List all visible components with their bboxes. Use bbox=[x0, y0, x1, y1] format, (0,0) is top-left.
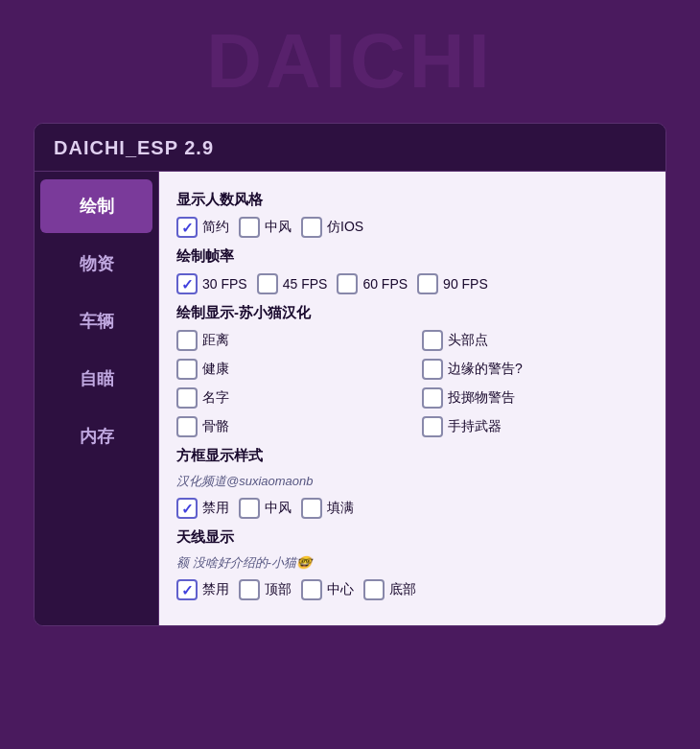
label-distance: 距离 bbox=[202, 332, 229, 349]
antenna-subtitle: 额 没啥好介绍的-小猫🤓 bbox=[176, 554, 648, 572]
cb-skeleton[interactable] bbox=[176, 416, 198, 437]
cb-distance[interactable] bbox=[176, 330, 198, 351]
checkbox-90fps[interactable]: 90 FPS bbox=[417, 273, 488, 294]
draw-display-title: 绘制显示-苏小猫汉化 bbox=[176, 304, 648, 322]
checkbox-edge-warning[interactable]: 边缘的警告? bbox=[422, 359, 648, 380]
app-title: DAICHI_ESP 2.9 bbox=[54, 137, 214, 158]
cb-bottom-antenna[interactable] bbox=[363, 579, 385, 600]
label-60fps: 60 FPS bbox=[362, 276, 408, 292]
label-headpoint: 头部点 bbox=[448, 332, 488, 349]
cb-throw-warning[interactable] bbox=[422, 387, 443, 409]
label-30fps: 30 FPS bbox=[202, 276, 247, 292]
box-style-title: 方框显示样式 bbox=[176, 447, 648, 465]
checkbox-45fps[interactable]: 45 FPS bbox=[257, 273, 328, 294]
draw-display-options: 距离 头部点 健康 边缘的警告? bbox=[176, 330, 648, 437]
checkbox-held-weapon[interactable]: 手持武器 bbox=[422, 416, 648, 437]
cb-fill-box[interactable] bbox=[301, 498, 322, 519]
checkbox-jianyue[interactable]: 简约 bbox=[176, 217, 229, 238]
title-bar: DAICHI_ESP 2.9 bbox=[35, 124, 665, 172]
frame-rate-title: 绘制帧率 bbox=[176, 247, 648, 266]
cb-headpoint[interactable] bbox=[422, 330, 443, 351]
cb-45fps[interactable] bbox=[257, 273, 278, 294]
checkbox-bottom-antenna[interactable]: 底部 bbox=[363, 579, 416, 600]
label-jianyue: 简约 bbox=[202, 219, 229, 236]
cb-name[interactable] bbox=[176, 387, 198, 409]
display-style-section: 显示人数风格 简约 中风 仿IOS bbox=[176, 191, 648, 238]
frame-rate-section: 绘制帧率 30 FPS 45 FPS 60 FPS bbox=[176, 247, 648, 294]
checkbox-disable-antenna[interactable]: 禁用 bbox=[176, 579, 229, 600]
cb-edge-warning[interactable] bbox=[422, 359, 443, 380]
cb-center-antenna[interactable] bbox=[301, 579, 322, 600]
label-held-weapon: 手持武器 bbox=[448, 418, 502, 435]
checkbox-zhongfeng1[interactable]: 中风 bbox=[239, 217, 292, 238]
cb-disable-box[interactable] bbox=[176, 498, 198, 519]
sidebar-item-vehicle[interactable]: 车辆 bbox=[40, 294, 152, 348]
cb-zhongfeng1[interactable] bbox=[239, 217, 260, 238]
display-style-title: 显示人数风格 bbox=[176, 191, 648, 209]
label-center-antenna: 中心 bbox=[327, 581, 354, 598]
checkbox-disable-box[interactable]: 禁用 bbox=[176, 498, 229, 519]
sidebar: 绘制 物资 车辆 自瞄 内存 bbox=[35, 172, 159, 625]
label-name: 名字 bbox=[202, 389, 229, 407]
sidebar-item-aim[interactable]: 自瞄 bbox=[40, 352, 152, 406]
checkbox-name[interactable]: 名字 bbox=[176, 387, 403, 409]
cb-60fps[interactable] bbox=[337, 273, 358, 294]
cb-zhongfeng-box[interactable] bbox=[239, 498, 260, 519]
content-area: 绘制 物资 车辆 自瞄 内存 显示人数风格 简约 中风 bbox=[35, 172, 665, 625]
main-panel: DAICHI_ESP 2.9 绘制 物资 车辆 自瞄 内存 显示人数风格 简约 bbox=[34, 123, 666, 626]
background-watermark: DAICHI bbox=[0, 17, 700, 105]
cb-health[interactable] bbox=[176, 359, 198, 380]
label-disable-box: 禁用 bbox=[202, 500, 229, 517]
label-zhongfeng-box: 中风 bbox=[265, 500, 292, 517]
checkbox-60fps[interactable]: 60 FPS bbox=[337, 273, 408, 294]
box-style-options: 禁用 中风 填满 bbox=[176, 498, 648, 519]
cb-30fps[interactable] bbox=[176, 273, 198, 294]
draw-display-section: 绘制显示-苏小猫汉化 距离 头部点 健康 bbox=[176, 304, 648, 437]
label-skeleton: 骨骼 bbox=[202, 418, 229, 435]
antenna-title: 天线显示 bbox=[176, 528, 648, 547]
checkbox-zhongfeng-box[interactable]: 中风 bbox=[239, 498, 292, 519]
label-45fps: 45 FPS bbox=[283, 276, 328, 292]
label-90fps: 90 FPS bbox=[443, 276, 488, 292]
cb-90fps[interactable] bbox=[417, 273, 438, 294]
checkbox-top-antenna[interactable]: 顶部 bbox=[239, 579, 292, 600]
antenna-section: 天线显示 额 没啥好介绍的-小猫🤓 禁用 顶部 中心 bbox=[176, 528, 648, 600]
label-edge-warning: 边缘的警告? bbox=[448, 361, 523, 378]
label-fangios: 仿IOS bbox=[327, 219, 363, 236]
checkbox-throw-warning[interactable]: 投掷物警告 bbox=[422, 387, 648, 409]
checkbox-distance[interactable]: 距离 bbox=[176, 330, 403, 351]
cb-fangios[interactable] bbox=[301, 217, 322, 238]
box-style-subtitle: 汉化频道@suxiaomaonb bbox=[176, 473, 648, 490]
label-disable-antenna: 禁用 bbox=[202, 581, 229, 598]
checkbox-fill-box[interactable]: 填满 bbox=[301, 498, 354, 519]
label-throw-warning: 投掷物警告 bbox=[448, 389, 515, 407]
label-fill-box: 填满 bbox=[327, 500, 354, 517]
label-health: 健康 bbox=[202, 361, 229, 378]
display-style-options: 简约 中风 仿IOS bbox=[176, 217, 648, 238]
checkbox-headpoint[interactable]: 头部点 bbox=[422, 330, 648, 351]
checkbox-skeleton[interactable]: 骨骼 bbox=[176, 416, 403, 437]
right-panel: 显示人数风格 简约 中风 仿IOS bbox=[159, 172, 665, 625]
sidebar-item-supplies[interactable]: 物资 bbox=[40, 237, 152, 291]
cb-jianyue[interactable] bbox=[176, 217, 198, 238]
cb-top-antenna[interactable] bbox=[239, 579, 260, 600]
checkbox-fangios[interactable]: 仿IOS bbox=[301, 217, 363, 238]
frame-rate-options: 30 FPS 45 FPS 60 FPS 90 FPS bbox=[176, 273, 648, 294]
label-bottom-antenna: 底部 bbox=[389, 581, 416, 598]
checkbox-health[interactable]: 健康 bbox=[176, 359, 403, 380]
sidebar-item-draw[interactable]: 绘制 bbox=[40, 179, 152, 233]
checkbox-30fps[interactable]: 30 FPS bbox=[176, 273, 247, 294]
label-zhongfeng1: 中风 bbox=[265, 219, 292, 236]
checkbox-center-antenna[interactable]: 中心 bbox=[301, 579, 354, 600]
cb-held-weapon[interactable] bbox=[422, 416, 443, 437]
sidebar-item-memory[interactable]: 内存 bbox=[40, 410, 152, 463]
cb-disable-antenna[interactable] bbox=[176, 579, 198, 600]
antenna-options: 禁用 顶部 中心 底部 bbox=[176, 579, 648, 600]
box-style-section: 方框显示样式 汉化频道@suxiaomaonb 禁用 中风 填满 bbox=[176, 447, 648, 519]
label-top-antenna: 顶部 bbox=[265, 581, 292, 598]
